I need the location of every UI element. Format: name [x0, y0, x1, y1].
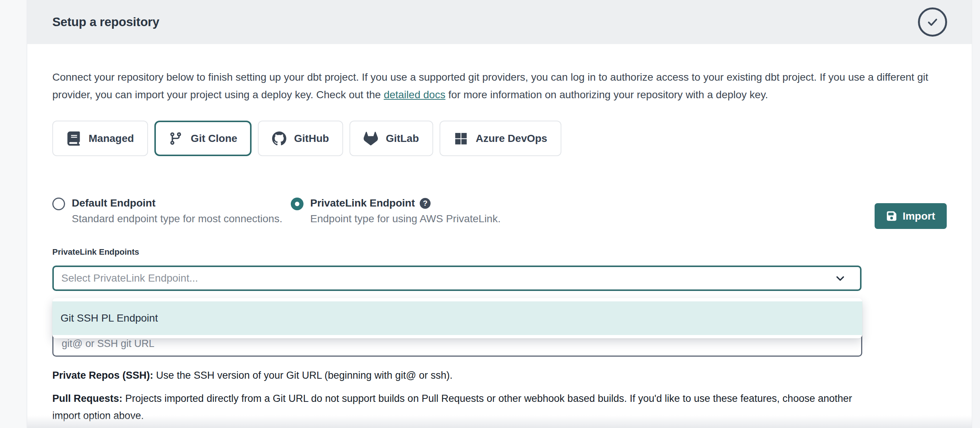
import-button[interactable]: Import [875, 203, 947, 229]
detailed-docs-link[interactable]: detailed docs [384, 89, 445, 100]
right-gutter [972, 0, 980, 428]
provider-tab-gitlab[interactable]: GitLab [350, 120, 433, 156]
git-branch-icon [169, 132, 183, 146]
privatelink-endpoints-label: PrivateLink Endpoints [52, 247, 139, 257]
import-button-label: Import [903, 210, 935, 222]
radio-default-endpoint-description: Standard endpoint type for most connecti… [72, 213, 282, 225]
provider-tab-label: GitLab [386, 133, 419, 144]
pull-requests-note: Pull Requests: Projects imported directl… [52, 390, 863, 424]
provider-tab-label: Git Clone [191, 133, 237, 144]
provider-tab-github[interactable]: GitHub [258, 120, 343, 156]
privatelink-endpoint-dropdown: Git SSH PL Endpoint [52, 298, 862, 338]
page: Setup a repository Connect your reposito… [0, 0, 980, 428]
left-gutter [0, 0, 27, 428]
book-icon [67, 132, 81, 146]
privatelink-endpoint-select-input[interactable] [54, 267, 834, 289]
step-complete-badge [918, 8, 947, 36]
ssh-note-bold: Private Repos (SSH): [52, 370, 153, 381]
provider-tab-label: GitHub [294, 133, 329, 144]
radio-privatelink-endpoint-description: Endpoint type for using AWS PrivateLink. [310, 213, 501, 225]
card-header: Setup a repository [27, 0, 972, 44]
provider-tab-git-clone[interactable]: Git Clone [154, 120, 251, 156]
provider-tab-label: Managed [89, 133, 134, 144]
setup-repository-card: Setup a repository Connect your reposito… [27, 0, 972, 428]
radio-default-endpoint[interactable]: Default Endpoint Standard endpoint type … [52, 197, 291, 225]
ssh-note-text: Use the SSH version of your Git URL (beg… [153, 370, 453, 381]
endpoint-type-radio-group: Default Endpoint Standard endpoint type … [52, 197, 501, 225]
intro-after-link: for more information on authorizing your… [445, 89, 768, 100]
github-icon [272, 132, 286, 146]
radio-unselected-icon[interactable] [52, 198, 65, 210]
chevron-down-icon [834, 272, 846, 285]
provider-tab-label: Azure DevOps [476, 133, 547, 144]
radio-selected-icon[interactable] [291, 198, 304, 210]
pull-requests-note-text: Projects imported directly from a Git UR… [52, 393, 852, 421]
ssh-note: Private Repos (SSH): Use the SSH version… [52, 367, 875, 384]
radio-privatelink-endpoint[interactable]: PrivateLink Endpoint ? Endpoint type for… [291, 197, 501, 225]
page-title: Setup a repository [52, 15, 159, 29]
pull-requests-note-bold: Pull Requests: [52, 393, 123, 404]
azure-devops-icon [454, 132, 468, 146]
question-circle-icon[interactable]: ? [420, 198, 431, 209]
provider-tab-azure-devops[interactable]: Azure DevOps [439, 120, 562, 156]
gitlab-icon [364, 132, 378, 146]
provider-tabs: Managed Git Clone GitHub GitLab [52, 120, 562, 156]
save-icon [886, 211, 897, 222]
check-icon [925, 14, 940, 30]
radio-privatelink-endpoint-label: PrivateLink Endpoint [310, 197, 415, 209]
intro-text: Connect your repository below to finish … [52, 68, 934, 103]
dropdown-option-git-ssh-pl-endpoint[interactable]: Git SSH PL Endpoint [52, 301, 862, 335]
provider-tab-managed[interactable]: Managed [52, 120, 148, 156]
radio-default-endpoint-label: Default Endpoint [72, 197, 156, 209]
privatelink-endpoint-select[interactable] [52, 266, 862, 291]
